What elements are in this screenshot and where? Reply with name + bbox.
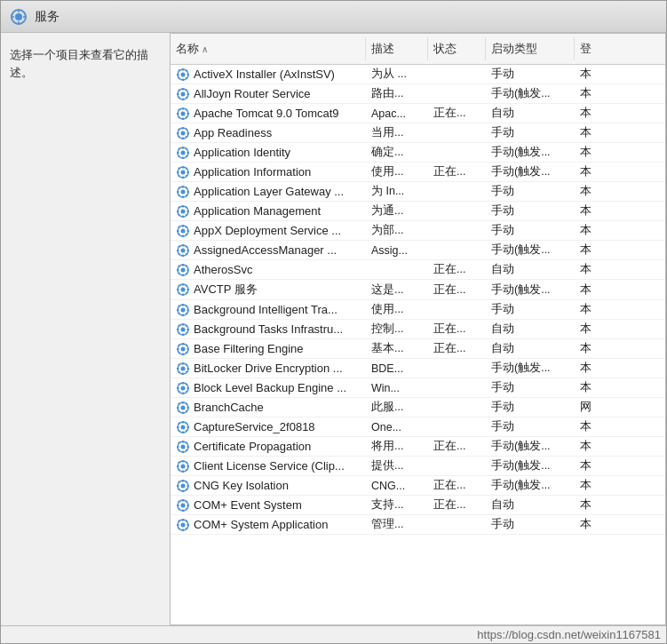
col-header-status[interactable]: 状态	[428, 37, 486, 60]
table-row[interactable]: Client License Service (Clip...提供...手动(触…	[171, 457, 665, 476]
table-row[interactable]: COM+ Event System支持...正在...自动本	[171, 496, 665, 515]
cell-name: AssignedAccessManager ...	[171, 241, 366, 259]
table-row[interactable]: AssignedAccessManager ...Assig...手动(触发..…	[171, 241, 665, 260]
service-gear-icon	[176, 146, 190, 160]
service-name-text: AllJoyn Router Service	[194, 87, 311, 100]
svg-rect-208	[182, 460, 184, 463]
cell-login: 本	[575, 241, 615, 259]
cell-login: 本	[575, 221, 615, 240]
service-name-text: CaptureService_2f0818	[194, 420, 315, 433]
service-gear-icon	[176, 107, 190, 121]
svg-rect-68	[182, 186, 184, 188]
cell-name: BitLocker Drive Encryption ...	[171, 359, 366, 378]
cell-desc: 路由...	[366, 84, 428, 103]
table-row[interactable]: CNG Key IsolationCNG...正在...手动(触发...本	[171, 476, 665, 496]
cell-desc: 使用...	[366, 163, 428, 181]
service-name-text: Application Information	[194, 165, 311, 179]
table-row[interactable]: Background Tasks Infrastru...控制...正在...自…	[171, 320, 665, 339]
svg-rect-221	[187, 485, 190, 487]
services-window: 服务 选择一个项目来查看它的描述。 名称 ∧ 描述 状态 启动类型	[0, 0, 667, 644]
service-name-text: CNG Key Isolation	[194, 479, 289, 492]
svg-rect-40	[177, 132, 179, 134]
cell-startup: 手动	[486, 378, 575, 397]
cell-status: 正在...	[428, 476, 486, 495]
svg-rect-180	[177, 407, 179, 409]
svg-rect-19	[182, 98, 184, 100]
svg-point-37	[181, 131, 186, 135]
table-row[interactable]: AtherosSvc正在...自动本	[171, 260, 665, 280]
cell-desc: 支持...	[366, 496, 428, 514]
col-header-login[interactable]: 登	[575, 37, 615, 60]
svg-rect-189	[182, 431, 184, 433]
table-row[interactable]: Application Identity确定...手动(触发...本	[171, 143, 665, 163]
svg-rect-11	[187, 74, 190, 76]
cell-name: AtherosSvc	[171, 260, 366, 279]
cell-login: 本	[575, 417, 615, 436]
svg-rect-210	[177, 465, 179, 467]
table-row[interactable]: ActiveX Installer (AxInstSV)为从 ...手动本	[171, 65, 665, 84]
svg-point-197	[181, 444, 186, 449]
table-body[interactable]: ActiveX Installer (AxInstSV)为从 ...手动本 Al…	[171, 65, 665, 624]
service-gear-icon	[176, 420, 190, 434]
cell-login: 本	[575, 65, 615, 83]
svg-rect-30	[177, 113, 179, 115]
svg-rect-179	[182, 411, 184, 414]
cell-login: 本	[575, 163, 615, 181]
col-header-name[interactable]: 名称 ∧	[171, 37, 366, 60]
table-row[interactable]: CaptureService_2f0818One...手动本	[171, 417, 665, 437]
cell-status	[428, 202, 486, 220]
svg-rect-168	[182, 382, 184, 385]
col-header-desc[interactable]: 描述	[366, 37, 428, 60]
cell-desc: 使用...	[366, 300, 428, 319]
svg-point-237	[181, 522, 186, 527]
svg-rect-110	[177, 269, 179, 271]
svg-rect-118	[182, 283, 184, 286]
cell-startup: 手动(触发...	[486, 280, 575, 299]
table-row[interactable]: Background Intelligent Tra...使用...手动本	[171, 300, 665, 320]
cell-status	[428, 241, 486, 259]
service-name-text: AVCTP 服务	[194, 282, 258, 298]
svg-rect-130	[177, 309, 179, 311]
table-row[interactable]: App Readiness当用...手动本	[171, 123, 665, 143]
svg-point-7	[181, 72, 186, 76]
table-row[interactable]: Application Layer Gateway ...为 In...手动本	[171, 182, 665, 202]
svg-rect-69	[182, 195, 184, 198]
table-row[interactable]: COM+ System Application管理...手动本	[171, 515, 665, 535]
service-name-text: AppX Deployment Service ...	[194, 224, 341, 237]
right-panel: 名称 ∧ 描述 状态 启动类型 登	[170, 33, 666, 625]
table-row[interactable]: Base Filtering Engine基本...正在...自动本	[171, 339, 665, 359]
table-row[interactable]: AVCTP 服务这是...正在...手动(触发...本	[171, 280, 665, 300]
table-row[interactable]: Apache Tomcat 9.0 Tomcat9Apac...正在...自动本	[171, 104, 665, 123]
svg-rect-28	[182, 107, 184, 110]
table-row[interactable]: Block Level Backup Engine ...Win...手动本	[171, 378, 665, 398]
cell-desc: 将用...	[366, 437, 428, 456]
svg-point-47	[181, 150, 186, 155]
cell-login: 本	[575, 280, 615, 299]
svg-rect-161	[187, 368, 190, 370]
svg-rect-140	[177, 329, 179, 330]
cell-name: Background Tasks Infrastru...	[171, 320, 366, 338]
col-header-startup[interactable]: 启动类型	[486, 37, 575, 60]
cell-name: Block Level Backup Engine ...	[171, 378, 366, 397]
table-row[interactable]: AppX Deployment Service ...为部...手动本	[171, 221, 665, 241]
cell-startup: 自动	[486, 320, 575, 338]
cell-startup: 手动	[486, 417, 575, 436]
service-gear-icon	[176, 518, 190, 532]
svg-rect-61	[187, 171, 190, 173]
service-gear-icon	[176, 224, 190, 238]
svg-rect-228	[182, 499, 184, 502]
table-row[interactable]: Application Management为通...手动本	[171, 202, 665, 221]
table-row[interactable]: BranchCache此服...手动网	[171, 398, 665, 417]
table-row[interactable]: Application Information使用...正在...手动(触发..…	[171, 163, 665, 182]
service-gear-icon	[176, 185, 190, 199]
cell-desc: Apac...	[366, 104, 428, 123]
table-row[interactable]: AllJoyn Router Service路由...手动(触发...本	[171, 84, 665, 104]
svg-rect-9	[182, 78, 184, 81]
cell-status	[428, 182, 486, 201]
svg-rect-148	[182, 343, 184, 346]
table-row[interactable]: Certificate Propagation将用...正在...手动(触发..…	[171, 437, 665, 457]
cell-status: 正在...	[428, 339, 486, 358]
svg-point-77	[181, 209, 186, 213]
table-row[interactable]: BitLocker Drive Encryption ...BDE...手动(触…	[171, 359, 665, 378]
cell-name: AppX Deployment Service ...	[171, 221, 366, 240]
